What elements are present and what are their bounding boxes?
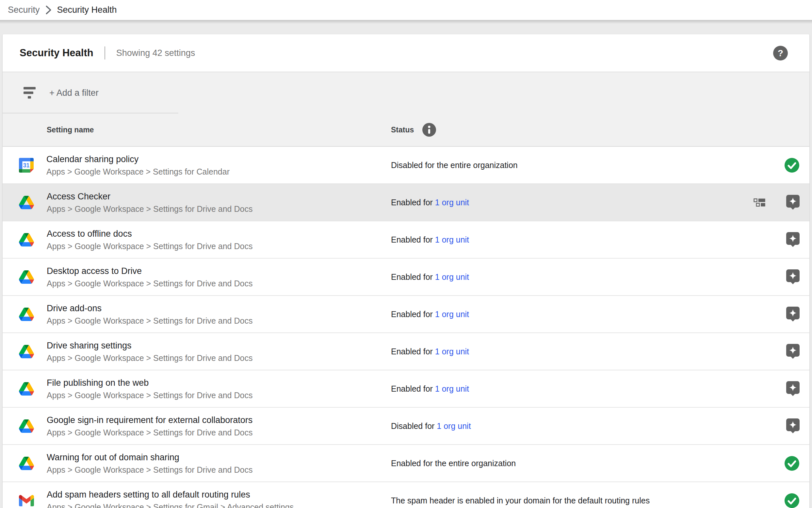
- gmail-icon: [19, 495, 34, 506]
- row-trailing-icons: [724, 307, 800, 322]
- status-cell: Enabled for 1 org unit: [391, 272, 724, 282]
- setting-name: Access Checker: [47, 190, 252, 203]
- setting-path: Apps > Google Workspace > Settings for D…: [47, 389, 252, 401]
- table-row[interactable]: Access Checker Apps > Google Workspace >…: [3, 184, 809, 221]
- row-trailing-icons: [724, 195, 800, 210]
- org-unit-link[interactable]: 1 org unit: [435, 347, 469, 356]
- recommendation-badge-icon[interactable]: [786, 344, 800, 359]
- status-cell: Enabled for 1 org unit: [391, 235, 724, 245]
- google-drive-icon: [19, 308, 34, 321]
- info-icon[interactable]: [422, 123, 436, 137]
- page-title: Security Health: [19, 47, 93, 59]
- table-row[interactable]: Desktop access to Drive Apps > Google Wo…: [3, 259, 809, 296]
- status-text: Disabled for: [391, 421, 437, 430]
- status-ok-icon: [784, 158, 800, 173]
- table-row[interactable]: Add spam headers setting to all default …: [3, 482, 809, 508]
- table-row[interactable]: Calendar sharing policy Apps > Google Wo…: [3, 147, 809, 184]
- breadcrumb-parent-link[interactable]: Security: [8, 5, 40, 15]
- card-header: Security Health Showing 42 settings: [3, 34, 809, 72]
- setting-path: Apps > Google Workspace > Settings for C…: [46, 166, 230, 177]
- status-text: Disabled for the entire organization: [391, 161, 518, 170]
- setting-name: File publishing on the web: [47, 377, 252, 389]
- setting-path: Apps > Google Workspace > Settings for D…: [47, 352, 252, 364]
- topbar-shadow: [0, 20, 812, 24]
- filter-icon: [23, 87, 36, 99]
- setting-path: Apps > Google Workspace > Settings for D…: [47, 464, 252, 476]
- google-drive-icon: [19, 196, 34, 209]
- row-trailing-icons: [724, 344, 800, 359]
- table-row[interactable]: Google sign-in requirement for external …: [3, 408, 809, 445]
- setting-cell: Warning for out of domain sharing Apps >…: [3, 451, 391, 476]
- status-text: Enabled for: [391, 272, 435, 282]
- org-unit-link[interactable]: 1 org unit: [435, 198, 469, 207]
- setting-cell: Google sign-in requirement for external …: [3, 414, 391, 438]
- setting-name: Access to offline docs: [47, 227, 252, 240]
- google-drive-icon: [19, 419, 34, 433]
- status-cell: Enabled for the entire organization: [391, 459, 724, 468]
- table-row[interactable]: Drive sharing settings Apps > Google Wor…: [3, 333, 809, 370]
- org-unit-link[interactable]: 1 org unit: [435, 309, 469, 319]
- status-text: Enabled for: [391, 235, 435, 244]
- recommendation-badge-icon[interactable]: [786, 307, 800, 322]
- header-divider: [104, 46, 105, 59]
- setting-name: Add spam headers setting to all default …: [47, 489, 294, 501]
- setting-cell: Calendar sharing policy Apps > Google Wo…: [3, 153, 391, 177]
- setting-path: Apps > Google Workspace > Settings for D…: [47, 315, 252, 327]
- recommendation-badge-icon[interactable]: [786, 381, 800, 396]
- org-unit-link[interactable]: 1 org unit: [435, 384, 469, 393]
- table-row[interactable]: Drive add-ons Apps > Google Workspace > …: [3, 296, 809, 333]
- setting-cell: Drive add-ons Apps > Google Workspace > …: [3, 302, 391, 327]
- add-filter-button[interactable]: + Add a filter: [49, 88, 99, 98]
- setting-cell: Access Checker Apps > Google Workspace >…: [3, 190, 391, 215]
- row-trailing-icons: [724, 381, 800, 396]
- setting-name: Google sign-in requirement for external …: [47, 414, 252, 427]
- status-text: Enabled for: [391, 347, 435, 356]
- recommendation-badge-icon[interactable]: [786, 195, 800, 210]
- google-drive-icon: [19, 457, 34, 470]
- setting-cell: Access to offline docs Apps > Google Wor…: [3, 227, 391, 252]
- status-ok-icon: [784, 456, 800, 471]
- recommendation-badge-icon[interactable]: [786, 269, 800, 285]
- setting-cell: Add spam headers setting to all default …: [3, 489, 391, 508]
- org-unit-link[interactable]: 1 org unit: [435, 272, 469, 282]
- status-text: Enabled for the entire organization: [391, 459, 516, 468]
- google-drive-icon: [19, 233, 34, 247]
- status-cell: Enabled for 1 org unit: [391, 309, 724, 319]
- setting-path: Apps > Google Workspace > Settings for G…: [47, 501, 294, 508]
- table-row[interactable]: Access to offline docs Apps > Google Wor…: [3, 221, 809, 259]
- recommendation-badge-icon[interactable]: [786, 232, 800, 248]
- row-trailing-icons: [724, 456, 800, 471]
- row-trailing-icons: [724, 158, 800, 173]
- org-unit-link[interactable]: 1 org unit: [437, 421, 471, 430]
- column-status: Status: [391, 123, 436, 137]
- column-setting-name: Setting name: [3, 126, 391, 134]
- google-drive-icon: [19, 345, 34, 358]
- breadcrumb-current: Security Health: [57, 5, 117, 15]
- breadcrumb: Security Security Health: [0, 0, 812, 20]
- google-drive-icon: [19, 382, 34, 395]
- status-text: Enabled for: [391, 309, 435, 319]
- recommendation-badge-icon[interactable]: [786, 418, 800, 434]
- table-row[interactable]: File publishing on the web Apps > Google…: [3, 370, 809, 408]
- table-row[interactable]: Warning for out of domain sharing Apps >…: [3, 445, 809, 482]
- setting-cell: File publishing on the web Apps > Google…: [3, 377, 391, 401]
- setting-cell: Drive sharing settings Apps > Google Wor…: [3, 339, 391, 364]
- setting-path: Apps > Google Workspace > Settings for D…: [47, 203, 252, 215]
- setting-cell: Desktop access to Drive Apps > Google Wo…: [3, 265, 391, 289]
- row-trailing-icons: [724, 232, 800, 248]
- status-cell: Disabled for the entire organization: [391, 161, 724, 170]
- status-cell: Enabled for 1 org unit: [391, 198, 724, 207]
- org-unit-link[interactable]: 1 org unit: [435, 235, 469, 244]
- status-cell: The spam header is enabled in your domai…: [391, 496, 724, 505]
- org-units-icon[interactable]: [754, 199, 765, 207]
- row-trailing-icons: [724, 269, 800, 285]
- help-icon[interactable]: [773, 46, 788, 60]
- google-drive-icon: [19, 270, 34, 284]
- status-cell: Enabled for 1 org unit: [391, 384, 724, 393]
- column-status-label: Status: [391, 126, 414, 134]
- setting-path: Apps > Google Workspace > Settings for D…: [47, 427, 252, 438]
- status-text: Enabled for: [391, 384, 435, 393]
- setting-name: Calendar sharing policy: [46, 153, 230, 166]
- security-health-card: Security Health Showing 42 settings + Ad…: [3, 34, 809, 508]
- setting-name: Desktop access to Drive: [47, 265, 252, 278]
